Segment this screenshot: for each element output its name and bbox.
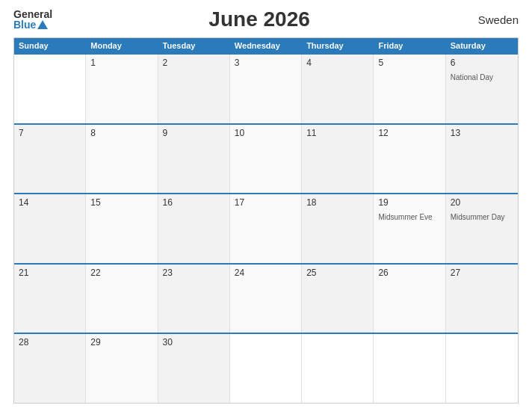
calendar-cell: 14 bbox=[14, 194, 86, 263]
calendar-cell: 10 bbox=[230, 125, 302, 194]
calendar-cell: 19Midsummer Eve bbox=[374, 194, 445, 263]
calendar-cell: 17 bbox=[230, 194, 302, 263]
cell-date-number: 11 bbox=[306, 128, 368, 138]
calendar-cell: 3 bbox=[230, 55, 302, 123]
cell-date-number: 28 bbox=[19, 337, 81, 347]
cell-date-number: 18 bbox=[306, 197, 368, 208]
calendar-cell: 23 bbox=[158, 265, 230, 333]
calendar-page: General Blue June 2026 Sweden SundayMond… bbox=[0, 0, 532, 411]
day-header-monday: Monday bbox=[86, 38, 158, 53]
calendar-cell bbox=[446, 334, 518, 403]
logo-general-text: General bbox=[13, 9, 52, 19]
cell-date-number: 29 bbox=[90, 337, 152, 347]
cell-date-number: 22 bbox=[90, 268, 152, 278]
week-row-1: 123456National Day bbox=[14, 53, 518, 123]
calendar-cell: 4 bbox=[302, 55, 374, 123]
calendar-cell: 16 bbox=[158, 194, 230, 263]
cell-event-label: Midsummer Eve bbox=[378, 213, 432, 221]
calendar-cell: 25 bbox=[302, 265, 374, 333]
week-row-3: 141516171819Midsummer Eve20Midsummer Day bbox=[14, 193, 518, 263]
cell-date-number: 21 bbox=[19, 268, 81, 278]
calendar-cell bbox=[302, 334, 374, 403]
cell-date-number: 26 bbox=[378, 268, 440, 278]
calendar-cell: 9 bbox=[158, 125, 230, 194]
cell-date-number: 23 bbox=[163, 268, 225, 278]
cell-date-number: 19 bbox=[378, 197, 440, 208]
logo: General Blue bbox=[13, 9, 52, 30]
cell-event-label: Midsummer Day bbox=[451, 213, 505, 221]
cell-date-number: 3 bbox=[235, 58, 297, 68]
calendar-cell: 24 bbox=[230, 265, 302, 333]
calendar-cell: 6National Day bbox=[446, 55, 518, 123]
cell-date-number: 24 bbox=[235, 268, 297, 278]
calendar-cell: 15 bbox=[86, 194, 158, 263]
weeks-container: 123456National Day7891011121314151617181… bbox=[14, 53, 518, 403]
cell-date-number: 30 bbox=[163, 337, 225, 347]
cell-date-number: 12 bbox=[378, 128, 440, 138]
calendar-cell: 7 bbox=[14, 125, 86, 194]
cell-date-number: 17 bbox=[235, 197, 297, 208]
week-row-2: 78910111213 bbox=[14, 123, 518, 194]
calendar-cell: 12 bbox=[374, 125, 445, 194]
cell-date-number: 13 bbox=[451, 128, 513, 138]
calendar-cell: 29 bbox=[86, 334, 158, 403]
calendar-cell: 1 bbox=[86, 55, 158, 123]
day-header-wednesday: Wednesday bbox=[230, 38, 302, 53]
calendar-title: June 2026 bbox=[52, 7, 466, 31]
country-label: Sweden bbox=[466, 13, 519, 26]
cell-date-number: 16 bbox=[163, 197, 225, 208]
calendar-cell: 20Midsummer Day bbox=[446, 194, 518, 263]
day-header-friday: Friday bbox=[374, 38, 445, 53]
cell-date-number: 4 bbox=[306, 58, 368, 68]
calendar-cell: 28 bbox=[14, 334, 86, 403]
cell-date-number: 27 bbox=[451, 268, 513, 278]
logo-blue-text: Blue bbox=[13, 19, 52, 30]
calendar-cell: 22 bbox=[86, 265, 158, 333]
days-header: SundayMondayTuesdayWednesdayThursdayFrid… bbox=[14, 38, 518, 53]
calendar-cell: 21 bbox=[14, 265, 86, 333]
calendar-cell: 5 bbox=[374, 55, 445, 123]
day-header-saturday: Saturday bbox=[446, 38, 518, 53]
week-row-4: 21222324252627 bbox=[14, 263, 518, 333]
day-header-sunday: Sunday bbox=[14, 38, 86, 53]
calendar-cell: 2 bbox=[158, 55, 230, 123]
cell-date-number: 9 bbox=[163, 128, 225, 138]
cell-event-label: National Day bbox=[451, 73, 493, 81]
calendar-cell: 26 bbox=[374, 265, 445, 333]
calendar-cell: 30 bbox=[158, 334, 230, 403]
logo-triangle-icon bbox=[37, 20, 48, 29]
cell-date-number: 25 bbox=[306, 268, 368, 278]
header: General Blue June 2026 Sweden bbox=[13, 7, 519, 31]
calendar-cell bbox=[230, 334, 302, 403]
cell-date-number: 6 bbox=[451, 58, 513, 68]
cell-date-number: 14 bbox=[19, 197, 81, 208]
cell-date-number: 1 bbox=[90, 58, 152, 68]
cell-date-number: 15 bbox=[90, 197, 152, 208]
week-row-5: 282930 bbox=[14, 333, 518, 403]
cell-date-number: 8 bbox=[90, 128, 152, 138]
cell-date-number: 10 bbox=[235, 128, 297, 138]
calendar-grid: SundayMondayTuesdayWednesdayThursdayFrid… bbox=[13, 37, 519, 404]
calendar-cell: 18 bbox=[302, 194, 374, 263]
cell-date-number: 5 bbox=[378, 58, 440, 68]
day-header-tuesday: Tuesday bbox=[158, 38, 230, 53]
calendar-cell: 8 bbox=[86, 125, 158, 194]
calendar-cell: 27 bbox=[446, 265, 518, 333]
calendar-cell bbox=[374, 334, 445, 403]
cell-date-number: 20 bbox=[451, 197, 513, 208]
cell-date-number: 2 bbox=[163, 58, 225, 68]
cell-date-number: 7 bbox=[19, 128, 81, 138]
calendar-cell bbox=[14, 55, 86, 123]
calendar-cell: 11 bbox=[302, 125, 374, 194]
calendar-cell: 13 bbox=[446, 125, 518, 194]
day-header-thursday: Thursday bbox=[302, 38, 374, 53]
